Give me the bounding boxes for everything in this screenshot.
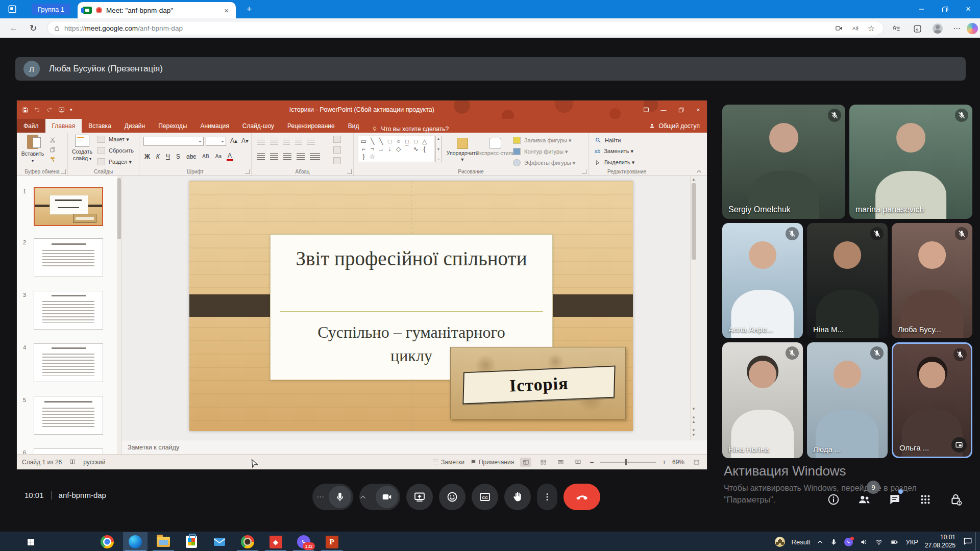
- start-slideshow-icon[interactable]: [58, 107, 65, 113]
- tray-clock[interactable]: 10:0127.08.2025: [925, 534, 955, 549]
- history-picture[interactable]: Історія: [450, 347, 626, 419]
- tray-expand-icon[interactable]: [817, 540, 823, 544]
- char-spacing-button[interactable]: АВ: [201, 154, 210, 159]
- start-button[interactable]: [18, 532, 43, 551]
- camera-icon[interactable]: [376, 486, 398, 508]
- slide-thumbnail-6[interactable]: [34, 448, 103, 454]
- tab-actions-menu-icon[interactable]: [6, 4, 18, 15]
- qat-customize-icon[interactable]: ▾: [70, 107, 72, 112]
- end-call-button[interactable]: [564, 484, 600, 510]
- drawing-dialog-launcher[interactable]: [582, 169, 586, 174]
- save-icon[interactable]: [22, 107, 29, 113]
- bold-button[interactable]: Ж: [143, 153, 151, 160]
- format-painter-icon[interactable]: [50, 156, 56, 163]
- participant-tile[interactable]: Ніна М...: [807, 223, 888, 338]
- clipboard-small-buttons[interactable]: [50, 137, 56, 163]
- view-sorter-button[interactable]: [537, 458, 549, 467]
- select-button[interactable]: Выделить ▾: [595, 159, 634, 166]
- underline-button[interactable]: Ч: [165, 153, 171, 160]
- new-tab-button[interactable]: +: [243, 3, 255, 15]
- font-name-combo[interactable]: [143, 137, 204, 146]
- participant-tile[interactable]: marina panasevich: [849, 105, 972, 219]
- participant-tile-active-speaker[interactable]: Ольга ...: [892, 342, 972, 458]
- shape-outline-button[interactable]: Контур фигуры ▾: [513, 148, 568, 155]
- taskbar-explorer-icon[interactable]: [151, 532, 176, 551]
- tell-me-box[interactable]: Что вы хотите сделать?: [365, 126, 455, 133]
- view-reading-button[interactable]: [555, 458, 566, 467]
- comments-toggle[interactable]: Примечания: [471, 459, 514, 466]
- notes-toggle[interactable]: Заметки: [433, 459, 464, 466]
- window-restore-button[interactable]: [933, 0, 957, 18]
- favorites-bar-icon[interactable]: [888, 22, 903, 35]
- section-button[interactable]: Раздел ▾: [97, 158, 132, 165]
- redo-icon[interactable]: [46, 107, 53, 113]
- camera-options-icon[interactable]: [359, 495, 376, 499]
- slide-thumbnail-2[interactable]: [34, 238, 103, 277]
- tray-volume-icon[interactable]: [860, 538, 868, 546]
- layout-button[interactable]: Макет ▾: [97, 136, 129, 143]
- new-slide-button[interactable]: Создать слайд ▾: [69, 135, 95, 161]
- tab-transitions[interactable]: Переходы: [152, 119, 193, 133]
- ppt-restore-button[interactable]: [672, 101, 690, 119]
- participant-tile[interactable]: Sergiy Omelchuk: [722, 105, 845, 219]
- taskbar-store-icon[interactable]: [179, 532, 204, 551]
- participant-tile[interactable]: Алла Анро...: [722, 223, 803, 338]
- zoom-out-button[interactable]: −: [590, 458, 594, 466]
- tray-wifi-icon[interactable]: [875, 538, 883, 546]
- paragraph-dialog-launcher[interactable]: [347, 169, 352, 174]
- arrange-button[interactable]: Упорядочить▾: [447, 138, 478, 162]
- tab-insert[interactable]: Вставка: [82, 119, 118, 133]
- profile-avatar-icon[interactable]: [930, 22, 945, 35]
- picture-in-picture-icon[interactable]: [951, 437, 967, 453]
- taskbar-powerpoint-icon[interactable]: P: [320, 532, 344, 551]
- reactions-button[interactable]: [439, 484, 465, 510]
- tray-battery-icon[interactable]: [890, 538, 899, 546]
- ribbon-options-icon[interactable]: [638, 101, 655, 119]
- text-options-buttons[interactable]: [333, 136, 341, 164]
- collapse-ribbon-icon[interactable]: [696, 169, 702, 173]
- window-close-button[interactable]: ×: [957, 0, 980, 18]
- tray-viber-icon[interactable]: [844, 538, 853, 546]
- thumbnail-scrollbar[interactable]: [117, 176, 121, 454]
- find-button[interactable]: Найти: [595, 137, 621, 143]
- font-grow-shrink[interactable]: А▴А▾: [229, 137, 250, 144]
- shape-effects-button[interactable]: Эффекты фигуры ▾: [513, 159, 575, 166]
- tab-close-button[interactable]: ×: [222, 6, 231, 15]
- font-color-button[interactable]: А: [227, 152, 233, 161]
- taskbar-red-app-icon[interactable]: ◆: [263, 532, 288, 551]
- ppt-close-button[interactable]: ×: [690, 101, 707, 119]
- taskbar-edge-icon[interactable]: [123, 532, 148, 551]
- chat-button[interactable]: [886, 491, 904, 508]
- change-case-button[interactable]: Аа: [214, 154, 223, 159]
- participant-tile[interactable]: Люба Бусу...: [892, 223, 972, 338]
- tab-home[interactable]: Главная: [45, 119, 82, 133]
- spellcheck-icon[interactable]: [69, 459, 76, 465]
- font-size-combo[interactable]: [206, 137, 226, 146]
- captions-button[interactable]: [472, 484, 498, 510]
- notes-bar[interactable]: Заметки к слайду: [121, 440, 707, 454]
- taskbar-browser2-icon[interactable]: [235, 532, 260, 551]
- language-switcher[interactable]: УКР: [905, 538, 918, 546]
- address-bar[interactable]: https://meet.google.com/anf-bpnm-dap A ☆: [47, 21, 884, 35]
- strikethrough-button[interactable]: abc: [185, 153, 197, 160]
- favorite-star-icon[interactable]: ☆: [865, 22, 877, 34]
- slide-thumbnail-1[interactable]: [34, 187, 103, 226]
- browser-tab-active[interactable]: Meet: "anf-bpnm-dap" ×: [78, 2, 236, 18]
- tab-animations[interactable]: Анимация: [193, 119, 235, 133]
- read-aloud-icon[interactable]: A: [849, 22, 861, 34]
- browser-menu-icon[interactable]: ⋯: [949, 22, 965, 35]
- host-controls-button[interactable]: [947, 491, 965, 508]
- font-style-buttons[interactable]: Ж К Ч S abc АВ Аа А: [143, 152, 233, 161]
- view-slideshow-button[interactable]: [572, 458, 583, 467]
- cut-icon[interactable]: [50, 137, 56, 143]
- tray-app-icon[interactable]: [775, 537, 785, 547]
- font-dialog-launcher[interactable]: [245, 169, 250, 174]
- tab-camera-icon[interactable]: [832, 22, 845, 34]
- slide-canvas[interactable]: Звіт професійної спільноти Суспільно – г…: [189, 181, 633, 431]
- shape-fill-button[interactable]: Заливка фигуры ▾: [513, 137, 572, 144]
- mic-button[interactable]: ⋯: [312, 484, 353, 510]
- zoom-slider[interactable]: [600, 462, 656, 463]
- list-indent-buttons[interactable]: [257, 138, 315, 144]
- view-normal-button[interactable]: [520, 458, 531, 467]
- slide-thumbnail-5[interactable]: [34, 396, 103, 435]
